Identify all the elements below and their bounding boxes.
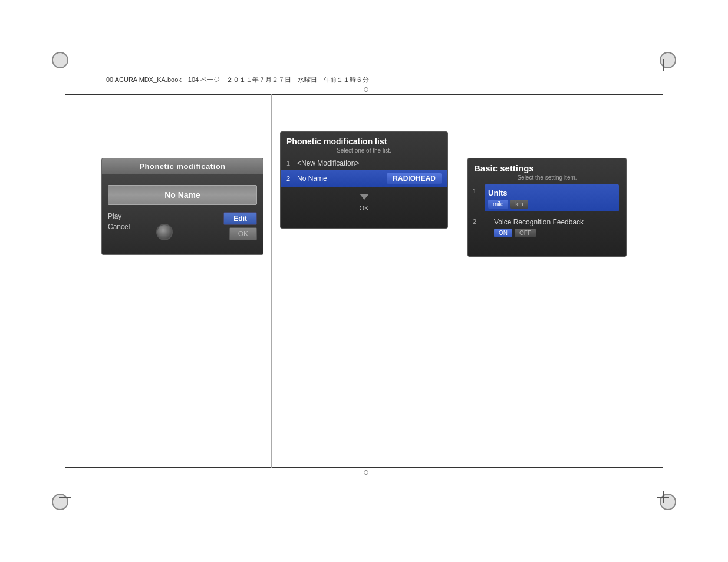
screen2-down-arrow: OK — [281, 193, 447, 211]
screen2-ok-text[interactable]: OK — [281, 204, 447, 211]
screen2-row-2[interactable]: 2 No Name RADIOHEAD — [281, 170, 447, 187]
screen3-row2-num: 2 — [473, 218, 480, 225]
crosshair-br — [657, 491, 669, 503]
screen1-edit-button[interactable]: Edit — [223, 212, 257, 225]
screen3-off-option[interactable]: OFF — [515, 229, 536, 237]
screen-phonetic-modification: Phonetic modification No Name Play Cance… — [101, 158, 263, 255]
bottom-center-marker — [364, 470, 368, 475]
screen3-km-option[interactable]: km — [510, 200, 528, 209]
screen2-row2-label: No Name — [297, 174, 327, 183]
page-border-top — [65, 94, 663, 95]
screen1-left-buttons: Play Cancel — [108, 212, 130, 240]
screen3-mile-option[interactable]: mile — [488, 200, 508, 209]
screen2-ok-area: OK — [281, 193, 447, 211]
screen3-on-option[interactable]: ON — [494, 229, 512, 237]
screen1-ok-button[interactable]: OK — [229, 227, 257, 240]
top-center-marker — [364, 87, 368, 92]
screen1-title: Phonetic modification — [102, 158, 263, 174]
screen2-row2-value: RADIOHEAD — [387, 173, 442, 184]
screen1-play-label[interactable]: Play — [108, 212, 130, 220]
page-border-bottom — [65, 467, 663, 468]
screen1-cancel-label[interactable]: Cancel — [108, 223, 130, 231]
screen3-units-row[interactable]: Units mile km — [485, 184, 619, 211]
screen3-title: Basic settings — [468, 158, 626, 174]
crosshair-bl — [59, 491, 71, 503]
screen2-row1-num: 1 — [286, 160, 294, 167]
screen1-right-buttons: Edit OK — [223, 212, 257, 240]
screen1-buttons: Play Cancel Edit OK — [102, 212, 263, 240]
screen-basic-settings: Basic settings Select the setting item. … — [467, 158, 627, 257]
screen2-subtitle: Select one of the list. — [281, 147, 447, 156]
vertical-divider-2 — [457, 94, 457, 468]
screen2-title: Phonetic modification list — [281, 132, 447, 147]
screen2-row-1[interactable]: 1 <New Modification> — [281, 156, 447, 170]
screen3-feedback-options: ON OFF — [494, 229, 621, 237]
screen3-row1-num: 1 — [473, 187, 480, 194]
vertical-divider-1 — [271, 94, 272, 468]
screen-phonetic-list: Phonetic modification list Select one of… — [280, 131, 448, 229]
control-dial[interactable] — [156, 224, 173, 240]
crosshair-tl — [59, 59, 71, 71]
header-text: 00 ACURA MDX_KA.book 104 ページ ２０１１年７月２７日 … — [106, 75, 369, 84]
screen3-units-label: Units — [488, 189, 508, 197]
screen2-row2-num: 2 — [286, 175, 294, 182]
screen3-subtitle: Select the setting item. — [468, 174, 626, 181]
screen2-row1-label: <New Modification> — [297, 159, 359, 167]
crosshair-tr — [657, 59, 669, 71]
screen3-feedback-label: Voice Recognition Feedback — [494, 218, 584, 226]
screen1-name-field: No Name — [108, 185, 257, 205]
